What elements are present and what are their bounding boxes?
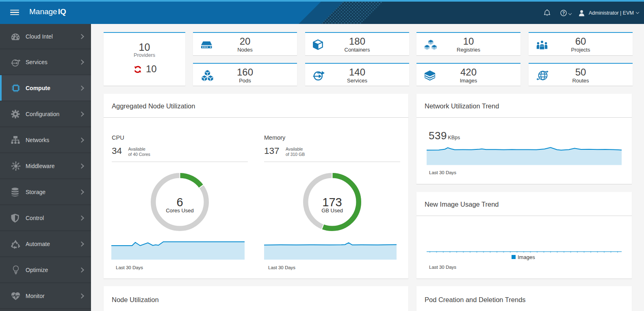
svg-text:173: 173 [322,196,342,209]
svg-text:Cores Used: Cores Used [166,207,194,214]
svg-text:?: ? [562,11,565,15]
svg-text:6: 6 [176,196,183,209]
svg-text:GB Used: GB Used [321,207,343,214]
